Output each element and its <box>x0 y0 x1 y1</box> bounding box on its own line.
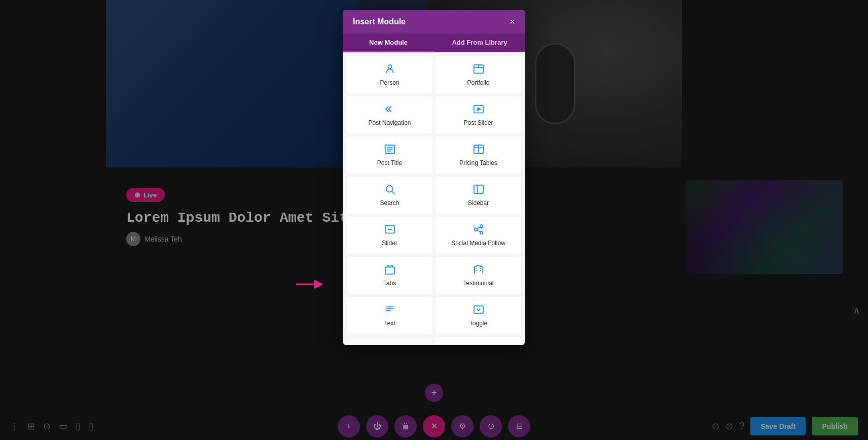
module-label-post-navigation: Post Navigation <box>368 119 411 126</box>
module-label-tabs: Tabs <box>383 280 396 287</box>
post-slider-icon <box>473 104 484 116</box>
svg-line-23 <box>477 230 480 232</box>
arrow-indicator <box>294 277 324 292</box>
module-label-text: Text <box>384 320 395 327</box>
module-item-video[interactable]: Video <box>436 337 521 345</box>
svg-point-20 <box>480 225 483 228</box>
modal-body: Person Portfolio Post Navigation <box>343 52 525 345</box>
svg-rect-16 <box>474 185 483 194</box>
module-item-portfolio[interactable]: Portfolio <box>436 56 521 93</box>
modal-close-button[interactable]: × <box>510 17 515 26</box>
svg-point-22 <box>480 231 483 234</box>
testimonial-icon <box>473 264 484 277</box>
module-item-post-title[interactable]: Post Title <box>347 137 432 174</box>
module-label-sidebar: Sidebar <box>468 199 489 207</box>
modal-header: Insert Module × <box>343 10 525 33</box>
portfolio-icon <box>473 63 484 76</box>
module-item-social-media-follow[interactable]: Social Media Follow <box>436 217 521 254</box>
svg-line-24 <box>477 227 480 229</box>
modal-tabs: New Module Add From Library <box>343 33 525 52</box>
slider-module-icon <box>384 224 395 236</box>
module-item-toolset-view[interactable]: Toolset View <box>347 337 432 345</box>
scroll-up-icon[interactable]: ∧ <box>853 304 860 317</box>
svg-point-1 <box>388 65 391 69</box>
post-title-icon <box>384 144 395 156</box>
toggle-module-icon <box>473 304 484 317</box>
svg-line-15 <box>392 191 394 194</box>
social-media-follow-icon <box>473 224 484 236</box>
toolset-view-icon <box>384 345 395 345</box>
module-label-pricing-tables: Pricing Tables <box>459 159 497 166</box>
search-module-icon <box>384 184 395 196</box>
module-label-search: Search <box>380 199 399 207</box>
sidebar-module-icon <box>473 184 484 196</box>
module-label-post-title: Post Title <box>377 159 402 166</box>
tabs-module-icon <box>384 264 395 277</box>
text-module-icon: T <box>384 304 395 317</box>
module-item-text[interactable]: T Text <box>347 297 432 334</box>
module-label-portfolio: Portfolio <box>467 79 489 86</box>
svg-rect-25 <box>385 267 394 274</box>
video-module-icon <box>473 344 484 345</box>
module-label-slider: Slider <box>382 240 397 247</box>
module-item-search[interactable]: Search <box>347 177 432 214</box>
module-label-post-slider: Post Slider <box>463 119 493 126</box>
module-label-social-media-follow: Social Media Follow <box>451 240 505 247</box>
module-label-person: Person <box>380 79 399 86</box>
tab-add-from-library[interactable]: Add From Library <box>434 33 525 52</box>
svg-text:T: T <box>385 310 388 314</box>
module-item-pricing-tables[interactable]: Pricing Tables <box>436 137 521 174</box>
insert-module-modal: Insert Module × New Module Add From Libr… <box>343 10 525 345</box>
module-grid: Person Portfolio Post Navigation <box>347 56 521 345</box>
modal-title: Insert Module <box>353 17 406 26</box>
post-navigation-icon <box>384 104 395 116</box>
module-label-testimonial: Testimonial <box>463 280 493 287</box>
module-item-post-slider[interactable]: Post Slider <box>436 96 521 133</box>
module-item-testimonial[interactable]: Testimonial <box>436 257 521 294</box>
pricing-tables-icon <box>473 144 484 156</box>
svg-point-14 <box>386 186 392 192</box>
svg-rect-30 <box>474 306 483 314</box>
module-item-tabs[interactable]: Tabs <box>347 257 432 294</box>
svg-marker-6 <box>478 108 481 111</box>
module-item-toggle[interactable]: Toggle <box>436 297 521 334</box>
module-label-toggle: Toggle <box>469 320 487 327</box>
person-icon <box>384 63 395 76</box>
tab-new-module[interactable]: New Module <box>343 33 434 52</box>
module-item-person[interactable]: Person <box>347 56 432 93</box>
module-item-slider[interactable]: Slider <box>347 217 432 254</box>
module-item-post-navigation[interactable]: Post Navigation <box>347 96 432 133</box>
svg-point-21 <box>474 228 477 231</box>
module-item-sidebar[interactable]: Sidebar <box>436 177 521 214</box>
